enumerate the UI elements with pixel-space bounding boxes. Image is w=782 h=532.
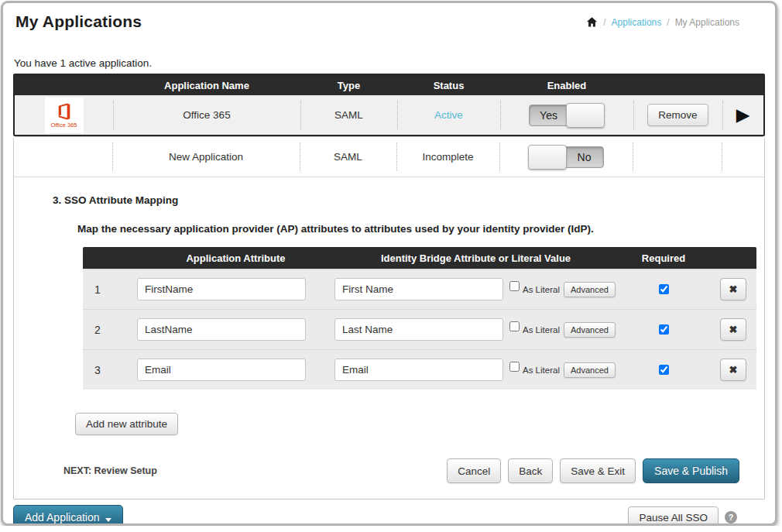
literal-cell: As Literal Advanced — [505, 362, 617, 378]
mapping-row-2: 2 As Literal Advanced ✖ — [83, 309, 756, 349]
cancel-button[interactable]: Cancel — [447, 458, 501, 483]
idb-attr-cell — [334, 318, 505, 341]
as-literal-checkbox[interactable] — [509, 281, 520, 291]
app-attr-cell — [137, 359, 334, 381]
identity-bridge-attribute-input[interactable] — [334, 278, 503, 300]
app-attr-cell — [137, 278, 334, 300]
toggle-off-label: No — [564, 146, 604, 168]
attribute-mapping-table: Application Attribute Identity Bridge At… — [83, 247, 756, 390]
required-checkbox[interactable] — [659, 324, 669, 335]
col-type: Type — [300, 75, 397, 95]
required-checkbox[interactable] — [659, 284, 669, 294]
application-attribute-input[interactable] — [137, 318, 306, 341]
app-expand-cell — [722, 137, 764, 177]
application-attribute-input[interactable] — [137, 359, 306, 381]
app-name: Office 365 — [113, 95, 300, 135]
col-actions — [633, 75, 722, 95]
add-new-attribute-button[interactable]: Add new attribute — [75, 413, 178, 435]
next-step-label: NEXT: Review Setup — [63, 465, 157, 476]
col-enabled: Enabled — [500, 75, 633, 95]
identity-bridge-attribute-input[interactable] — [334, 359, 503, 381]
col-identity-bridge-attribute: Identity Bridge Attribute or Literal Val… — [334, 252, 617, 264]
literal-cell: As Literal Advanced — [505, 322, 617, 338]
breadcrumb-current: My Applications — [675, 17, 739, 28]
remove-attribute-button[interactable]: ✖ — [720, 278, 747, 300]
breadcrumb: / Applications / My Applications — [586, 16, 739, 28]
required-cell — [617, 282, 710, 297]
as-literal-label: As Literal — [523, 366, 560, 375]
row-number: 1 — [83, 283, 137, 296]
application-row-new: New Application SAML Incomplete No — [14, 137, 764, 177]
app-expand-cell: ▶ — [722, 95, 763, 135]
toggle-knob — [566, 103, 605, 128]
idb-attr-cell — [334, 359, 505, 381]
help-icon[interactable]: ? — [725, 511, 737, 523]
mapping-row-1: 1 As Literal Advanced ✖ — [83, 269, 756, 309]
back-button[interactable]: Back — [508, 458, 553, 483]
add-application-button[interactable]: Add Application — [13, 505, 123, 526]
advanced-button[interactable]: Advanced — [564, 282, 616, 297]
app-name: New Application — [112, 137, 300, 177]
as-literal-label: As Literal — [523, 325, 560, 335]
breadcrumb-separator: / — [603, 17, 605, 28]
breadcrumb-separator: / — [667, 17, 669, 28]
save-exit-button[interactable]: Save & Exit — [560, 458, 636, 483]
col-expand — [722, 75, 763, 95]
remove-attribute-button[interactable]: ✖ — [720, 359, 747, 381]
col-status: Status — [397, 75, 500, 95]
col-icon — [15, 75, 113, 95]
caret-down-icon — [105, 518, 111, 522]
breadcrumb-link-applications[interactable]: Applications — [612, 17, 662, 28]
literal-cell: As Literal Advanced — [505, 282, 617, 297]
section-description: Map the necessary application provider (… — [77, 223, 749, 235]
expand-arrow-icon[interactable]: ▶ — [736, 106, 750, 124]
application-row-office365: Office 365 Office 365 SAML Active Yes Re… — [15, 95, 763, 135]
panel-footer: NEXT: Review Setup Cancel Back Save & Ex… — [63, 458, 749, 483]
app-window: My Applications / Applications / My Appl… — [1, 1, 777, 526]
bottom-bar: Add Application Pause All SSO ? — [13, 505, 765, 526]
row-number: 2 — [83, 324, 137, 336]
bottom-right-group: Pause All SSO ? — [628, 506, 737, 527]
advanced-button[interactable]: Advanced — [564, 362, 616, 378]
remove-attribute-button[interactable]: ✖ — [720, 318, 747, 341]
remove-button[interactable]: Remove — [647, 104, 708, 126]
app-icon-cell — [14, 137, 112, 177]
action-buttons: Cancel Back Save & Exit Save & Publish — [447, 458, 739, 483]
pause-all-sso-button[interactable]: Pause All SSO — [628, 506, 719, 527]
app-type: SAML — [300, 137, 396, 177]
office-365-logo-caption: Office 365 — [50, 122, 77, 129]
as-literal-label: As Literal — [523, 285, 560, 294]
app-type: SAML — [300, 95, 397, 135]
application-attribute-input[interactable] — [137, 278, 306, 300]
required-checkbox[interactable] — [659, 365, 669, 375]
toggle-knob — [528, 145, 567, 170]
required-cell — [617, 362, 710, 377]
sso-attribute-mapping-panel: 3. SSO Attribute Mapping Map the necessa… — [14, 177, 764, 499]
col-application-name: Application Name — [113, 75, 300, 95]
app-icon-cell: Office 365 — [15, 95, 113, 135]
as-literal-checkbox[interactable] — [509, 321, 520, 331]
applications-table: Application Name Type Status Enabled Off… — [13, 74, 765, 136]
home-icon[interactable] — [586, 16, 598, 28]
section-title: 3. SSO Attribute Mapping — [53, 194, 749, 206]
new-application-section: New Application SAML Incomplete No 3. SS… — [13, 136, 765, 499]
required-cell — [617, 322, 710, 337]
mapping-table-header: Application Attribute Identity Bridge At… — [83, 247, 756, 269]
remove-cell: ✖ — [710, 278, 756, 300]
advanced-button[interactable]: Advanced — [564, 322, 616, 338]
office-365-logo: Office 365 — [45, 98, 84, 133]
app-actions-cell: Remove — [633, 95, 722, 135]
as-literal-checkbox[interactable] — [509, 362, 520, 372]
app-status: Incomplete — [396, 137, 499, 177]
identity-bridge-attribute-input[interactable] — [334, 318, 503, 341]
app-enabled-cell: Yes — [500, 95, 633, 135]
app-actions-cell — [633, 137, 722, 177]
row-number: 3 — [83, 364, 137, 376]
enabled-toggle-office365[interactable]: Yes — [529, 105, 605, 126]
app-enabled-cell: No — [499, 137, 633, 177]
save-publish-button[interactable]: Save & Publish — [643, 458, 739, 483]
idb-attr-cell — [334, 278, 505, 300]
enabled-toggle-new-application[interactable]: No — [528, 146, 604, 168]
remove-cell: ✖ — [710, 318, 756, 341]
page-header: My Applications / Applications / My Appl… — [3, 3, 775, 46]
